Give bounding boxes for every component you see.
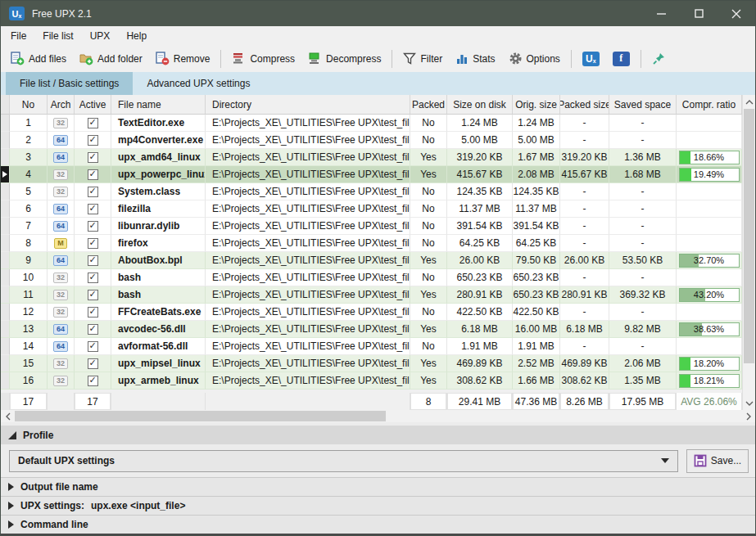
- ratio-bar-label: 43.20%: [680, 289, 739, 301]
- col-packed[interactable]: Packed: [410, 95, 447, 115]
- table-row[interactable]: 8 M ✓ firefox E:\Projects_XE\_UTILITIES\…: [1, 235, 742, 252]
- cell-active[interactable]: ✓: [75, 235, 111, 252]
- menu-help[interactable]: Help: [118, 26, 155, 45]
- close-button[interactable]: [718, 1, 755, 26]
- col-saved-space[interactable]: Saved space: [609, 95, 677, 115]
- add-folder-button[interactable]: Add folder: [73, 48, 149, 70]
- vertical-scroll-thumb[interactable]: [744, 109, 754, 363]
- active-checkbox[interactable]: ✓: [88, 324, 98, 335]
- active-checkbox[interactable]: ✓: [88, 221, 98, 232]
- col-active[interactable]: Active: [75, 95, 111, 115]
- active-checkbox[interactable]: ✓: [88, 290, 98, 300]
- col-arch[interactable]: Arch: [48, 95, 75, 115]
- maximize-button[interactable]: [680, 1, 718, 26]
- table-row[interactable]: 11 32 ✓ bash E:\Projects_XE\_UTILITIES\F…: [1, 286, 742, 304]
- cell-active[interactable]: ✓: [75, 115, 111, 132]
- col-size-on-disk[interactable]: Size on disk: [447, 95, 513, 115]
- cell-active[interactable]: ✓: [75, 149, 111, 166]
- table-row[interactable]: 13 64 ✓ avcodec-56.dll E:\Projects_XE\_U…: [1, 321, 742, 338]
- col-no[interactable]: No: [10, 95, 48, 115]
- col-orig-size[interactable]: Orig. size: [513, 95, 560, 115]
- active-checkbox[interactable]: ✓: [88, 152, 98, 163]
- save-button[interactable]: Save...: [686, 449, 749, 473]
- active-checkbox[interactable]: ✓: [88, 135, 98, 146]
- vertical-scroll-track[interactable]: [743, 363, 755, 396]
- horizontal-scrollbar[interactable]: [1, 410, 755, 422]
- active-checkbox[interactable]: ✓: [88, 307, 98, 318]
- facebook-button[interactable]: f: [606, 48, 636, 70]
- menu-upx[interactable]: UPX: [82, 26, 119, 45]
- cell-active[interactable]: ✓: [75, 372, 111, 390]
- pin-button[interactable]: [645, 48, 672, 70]
- table-row[interactable]: 4 32 ✓ upx_powerpc_linux E:\Projects_XE\…: [1, 166, 742, 183]
- cell-active[interactable]: ✓: [75, 338, 111, 355]
- compress-button[interactable]: Compress: [225, 48, 301, 70]
- scroll-up-icon[interactable]: [743, 95, 755, 109]
- col-compr-ratio[interactable]: Compr. ratio: [677, 95, 742, 115]
- col-directory[interactable]: Directory: [206, 95, 410, 115]
- scroll-left-icon[interactable]: [1, 410, 15, 422]
- remove-button[interactable]: Remove: [149, 48, 217, 70]
- profile-section-header[interactable]: Profile: [1, 426, 755, 444]
- scroll-right-icon[interactable]: [741, 410, 755, 422]
- upx-site-button[interactable]: Ux: [576, 48, 606, 70]
- arch-badge: M: [54, 238, 67, 249]
- cell-active[interactable]: ✓: [75, 200, 111, 218]
- cell-active[interactable]: ✓: [75, 218, 111, 235]
- horizontal-scroll-thumb[interactable]: [15, 411, 386, 421]
- cell-active[interactable]: ✓: [75, 166, 111, 183]
- cell-active[interactable]: ✓: [75, 132, 111, 149]
- options-button[interactable]: Options: [502, 48, 567, 70]
- cell-active[interactable]: ✓: [75, 183, 111, 200]
- active-checkbox[interactable]: ✓: [88, 187, 98, 197]
- tab-file-list-basic-settings[interactable]: File list / Basic settings: [6, 72, 133, 95]
- active-checkbox[interactable]: ✓: [88, 169, 98, 180]
- cell-active[interactable]: ✓: [75, 321, 111, 338]
- active-checkbox[interactable]: ✓: [88, 255, 98, 266]
- upx-settings-section-header[interactable]: UPX settings: upx.exe <input_file>: [1, 496, 755, 515]
- active-checkbox[interactable]: ✓: [88, 358, 98, 369]
- minimize-button[interactable]: [642, 1, 680, 26]
- table-row[interactable]: 15 32 ✓ upx_mipsel_linux E:\Projects_XE\…: [1, 355, 742, 372]
- cell-active[interactable]: ✓: [75, 269, 111, 286]
- tab-advanced-upx-settings[interactable]: Advanced UPX settings: [133, 72, 264, 95]
- col-file-name[interactable]: File name: [111, 95, 206, 115]
- table-row[interactable]: 14 64 ✓ avformat-56.dll E:\Projects_XE\_…: [1, 338, 742, 355]
- table-row[interactable]: 6 64 ✓ filezilla E:\Projects_XE\_UTILITI…: [1, 200, 742, 218]
- cell-packed: Yes: [410, 252, 447, 269]
- cell-active[interactable]: ✓: [75, 286, 111, 304]
- output-file-name-section-header[interactable]: Output file name: [1, 477, 755, 496]
- stats-button[interactable]: Stats: [449, 48, 501, 70]
- active-checkbox[interactable]: ✓: [88, 118, 98, 128]
- ratio-bar-label: 18.21%: [680, 375, 739, 387]
- add-files-button[interactable]: Add files: [4, 48, 73, 70]
- table-row[interactable]: 9 64 ✓ AboutBox.bpl E:\Projects_XE\_UTIL…: [1, 252, 742, 269]
- table-row[interactable]: 10 32 ✓ bash E:\Projects_XE\_UTILITIES\F…: [1, 269, 742, 286]
- active-checkbox[interactable]: ✓: [88, 204, 98, 214]
- table-row[interactable]: 2 64 ✓ mp4Converter.exe E:\Projects_XE\_…: [1, 132, 742, 149]
- cell-directory: E:\Projects_XE\_UTILITIES\Free UPX\test_…: [206, 269, 410, 286]
- cell-active[interactable]: ✓: [75, 304, 111, 321]
- table-row[interactable]: 5 32 ✓ System.class E:\Projects_XE\_UTIL…: [1, 183, 742, 200]
- profile-combobox[interactable]: Default UPX settings: [9, 450, 678, 472]
- table-row[interactable]: 7 64 ✓ libunrar.dylib E:\Projects_XE\_UT…: [1, 218, 742, 235]
- cell-active[interactable]: ✓: [75, 355, 111, 372]
- cell-packed-size: -: [560, 235, 609, 252]
- col-packed-size[interactable]: Packed size: [560, 95, 609, 115]
- cell-active[interactable]: ✓: [75, 252, 111, 269]
- decompress-button[interactable]: Decompress: [301, 48, 387, 70]
- table-row[interactable]: 3 64 ✓ upx_amd64_linux E:\Projects_XE\_U…: [1, 149, 742, 166]
- command-line-section-header[interactable]: Command line: [1, 515, 755, 534]
- scroll-down-icon[interactable]: [743, 396, 755, 410]
- filter-button[interactable]: Filter: [396, 48, 449, 70]
- active-checkbox[interactable]: ✓: [88, 273, 98, 283]
- active-checkbox[interactable]: ✓: [88, 376, 98, 386]
- vertical-scrollbar[interactable]: [742, 95, 755, 410]
- table-row[interactable]: 1 32 ✓ TextEditor.exe E:\Projects_XE\_UT…: [1, 115, 742, 132]
- table-row[interactable]: 12 32 ✓ FFCreateBats.exe E:\Projects_XE\…: [1, 304, 742, 321]
- active-checkbox[interactable]: ✓: [88, 238, 98, 249]
- active-checkbox[interactable]: ✓: [88, 341, 98, 352]
- menu-file-list[interactable]: File list: [34, 26, 81, 45]
- table-row[interactable]: 16 32 ✓ upx_armeb_linux E:\Projects_XE\_…: [1, 372, 742, 390]
- menu-file[interactable]: File: [2, 26, 34, 45]
